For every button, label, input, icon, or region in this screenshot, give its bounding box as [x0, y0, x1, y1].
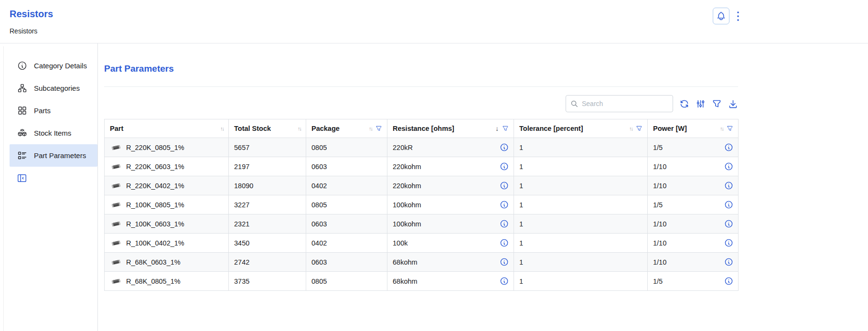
table-row[interactable]: R_100K_0402_1%34500402100k11/10: [105, 234, 739, 253]
funnel-icon: [712, 99, 722, 109]
cell-value: 100k: [393, 239, 407, 247]
sort-descending-icon[interactable]: ↓: [495, 125, 499, 132]
table-header-row: Part↑↓Total Stock↑↓Package↑↓Resistance […: [105, 119, 739, 138]
dots-vertical-icon: [734, 10, 742, 22]
column-header-tolerance[interactable]: Tolerance [percent]↑↓: [514, 119, 648, 138]
info-circle-icon[interactable]: [724, 277, 733, 286]
cell-value: 2321: [234, 220, 249, 228]
cell-value: R_220K_0402_1%: [126, 182, 184, 190]
sidebar-item-category-details[interactable]: Category Details: [10, 54, 97, 77]
cell-total_stock: 5657: [229, 138, 306, 157]
info-circle-icon[interactable]: [724, 162, 733, 171]
cell-power: 1/5: [648, 138, 739, 157]
info-circle-icon[interactable]: [724, 143, 733, 152]
table-row[interactable]: R_220K_0402_1%180900402220kohm11/10: [105, 176, 739, 195]
packages-icon: [17, 128, 27, 138]
info-circle-icon[interactable]: [500, 277, 509, 286]
table-row[interactable]: R_68K_0805_1%3735080568kohm11/5: [105, 272, 739, 291]
part-thumbnail-icon: [110, 239, 122, 247]
info-circle-icon[interactable]: [500, 219, 509, 228]
sidebar-item-stock-items[interactable]: Stock Items: [10, 122, 97, 144]
info-circle-icon[interactable]: [500, 200, 509, 209]
page-body: Category Details Subcategories Parts Sto…: [0, 43, 868, 331]
info-circle-icon[interactable]: [724, 257, 733, 267]
cell-value: 1/5: [653, 278, 663, 285]
info-circle-icon[interactable]: [500, 181, 509, 190]
cell-value: 1/5: [653, 201, 663, 209]
filter-button[interactable]: [711, 97, 722, 110]
arrows-sort-icon[interactable]: ↑↓: [220, 126, 224, 131]
table-row[interactable]: R_68K_0603_1%2742060368kohm11/10: [105, 253, 739, 272]
sidebar-item-subcategories[interactable]: Subcategories: [10, 77, 97, 99]
adjustments-icon: [696, 99, 706, 109]
cell-value: 0805: [311, 278, 327, 285]
collapse-sidebar-button[interactable]: [17, 173, 27, 183]
download-button[interactable]: [728, 97, 738, 110]
cell-value: R_220K_0603_1%: [126, 163, 184, 171]
refresh-button[interactable]: [679, 97, 689, 110]
cell-power: 1/10: [648, 253, 739, 272]
sidebar-item-part-parameters[interactable]: Part Parameters: [10, 144, 97, 167]
breadcrumb[interactable]: Resistors: [10, 27, 37, 35]
column-header-part[interactable]: Part↑↓: [105, 119, 229, 138]
grid-icon: [17, 106, 27, 116]
info-circle-icon[interactable]: [724, 181, 733, 190]
column-header-package[interactable]: Package↑↓: [306, 119, 387, 138]
column-header-total_stock[interactable]: Total Stock↑↓: [229, 119, 306, 138]
column-header-resistance[interactable]: Resistance [ohms]↓: [387, 119, 514, 138]
info-circle-icon[interactable]: [500, 238, 509, 247]
table-row[interactable]: R_100K_0603_1%23210603100kohm11/10: [105, 214, 739, 234]
info-circle-icon[interactable]: [500, 143, 509, 152]
table-row[interactable]: R_100K_0805_1%32270805100kohm11/5: [105, 195, 739, 214]
table-row[interactable]: R_220K_0603_1%21970603220kohm11/10: [105, 157, 739, 176]
column-label: Resistance [ohms]: [393, 125, 454, 132]
cell-resistance: 100k: [387, 234, 514, 253]
cell-value: 1/10: [653, 163, 666, 171]
cell-part: R_68K_0805_1%: [105, 272, 229, 291]
arrows-sort-icon[interactable]: ↑↓: [369, 126, 372, 131]
sidebar-item-label: Category Details: [34, 62, 87, 70]
arrows-sort-icon[interactable]: ↑↓: [629, 126, 632, 131]
column-filter-icon[interactable]: [636, 125, 643, 132]
cell-value: 0402: [311, 239, 327, 247]
info-circle-icon[interactable]: [724, 219, 733, 228]
sidebar-item-parts[interactable]: Parts: [10, 99, 97, 122]
cell-tolerance: 1: [514, 195, 648, 214]
table-options-button[interactable]: [695, 97, 706, 110]
info-circle-icon[interactable]: [500, 257, 509, 267]
column-filter-icon[interactable]: [727, 125, 733, 132]
cell-value: 0603: [311, 220, 327, 228]
cell-value: 0402: [311, 182, 327, 190]
info-circle-icon[interactable]: [724, 238, 733, 247]
cell-total_stock: 3450: [229, 234, 306, 253]
search-input[interactable]: [582, 100, 668, 107]
sidebar-item-label: Parts: [34, 107, 51, 115]
notifications-button[interactable]: [713, 8, 729, 24]
part-thumbnail-icon: [110, 220, 122, 228]
cell-value: 1: [519, 239, 523, 247]
sidebar: Category Details Subcategories Parts Sto…: [0, 43, 98, 331]
cell-tolerance: 1: [514, 176, 648, 195]
column-filter-icon[interactable]: [375, 125, 382, 132]
part-thumbnail-icon: [110, 144, 122, 151]
arrows-sort-icon[interactable]: ↑↓: [720, 126, 723, 131]
column-header-power[interactable]: Power [W]↑↓: [648, 119, 739, 138]
list-details-icon: [17, 150, 27, 160]
cell-tolerance: 1: [514, 253, 648, 272]
cell-value: 1: [519, 220, 523, 228]
arrows-sort-icon[interactable]: ↑↓: [298, 126, 301, 131]
cell-value: 68kohm: [393, 278, 418, 285]
sitemap-icon: [17, 83, 27, 93]
overflow-menu-button[interactable]: [734, 10, 742, 22]
section-divider: [104, 86, 738, 87]
info-circle-icon[interactable]: [500, 162, 509, 171]
cell-power: 1/5: [648, 272, 739, 291]
cell-package: 0805: [306, 195, 387, 214]
cell-value: 2742: [234, 258, 249, 266]
cell-value: 220kohm: [393, 163, 421, 171]
cell-value: R_100K_0805_1%: [126, 201, 184, 209]
info-circle-icon[interactable]: [724, 200, 733, 209]
bell-icon: [716, 11, 726, 21]
table-row[interactable]: R_220K_0805_1%56570805220kR11/5: [105, 138, 739, 157]
column-filter-icon[interactable]: [502, 125, 509, 132]
